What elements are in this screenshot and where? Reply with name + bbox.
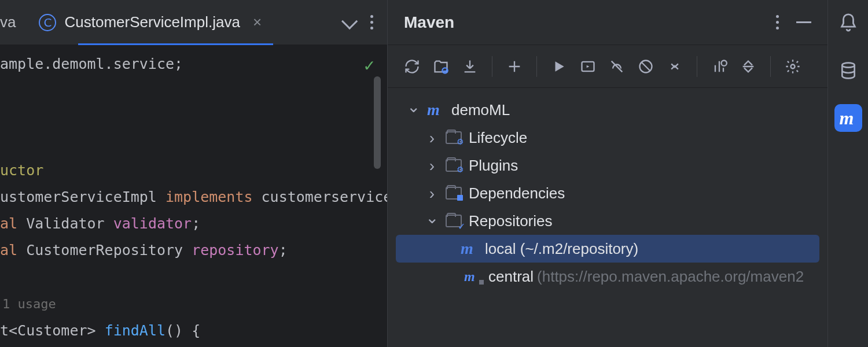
folder-gear-icon bbox=[446, 131, 462, 144]
maven-tree: m demoML Lifecycle Plugins Dependencies … bbox=[388, 88, 827, 347]
tree-repositories[interactable]: Repositories bbox=[388, 207, 827, 235]
settings-icon[interactable] bbox=[780, 54, 806, 79]
tabs-menu-icon[interactable] bbox=[370, 15, 373, 29]
dependency-analyzer-icon[interactable] bbox=[707, 54, 732, 79]
offline-icon[interactable] bbox=[604, 54, 630, 79]
maven-options-icon[interactable] bbox=[776, 15, 779, 29]
usages-hint[interactable]: 1 usage bbox=[0, 297, 56, 311]
code-line: ample.demoml.service; bbox=[0, 51, 387, 77]
tree-dependencies[interactable]: Dependencies bbox=[388, 179, 827, 207]
maven-project-root[interactable]: m demoML bbox=[388, 96, 827, 124]
chevron-right-icon[interactable] bbox=[425, 159, 439, 172]
maven-tool-window: Maven m demoML bbox=[388, 0, 827, 347]
database-tool-icon[interactable] bbox=[834, 57, 862, 84]
maven-icon: m bbox=[427, 102, 444, 118]
notifications-icon[interactable] bbox=[838, 13, 858, 37]
tab-close-icon[interactable]: × bbox=[253, 13, 262, 31]
chevron-down-icon[interactable] bbox=[425, 214, 439, 228]
svg-point-3 bbox=[722, 60, 727, 65]
folder-check-icon bbox=[446, 215, 462, 227]
maven-title: Maven bbox=[404, 13, 454, 32]
run-config-icon[interactable] bbox=[575, 54, 601, 79]
chevron-right-icon[interactable] bbox=[425, 131, 439, 145]
folder-dep-icon bbox=[446, 187, 462, 200]
maven-toolbar bbox=[388, 45, 827, 88]
tabs-overflow-chevron-icon[interactable] bbox=[341, 13, 358, 29]
reload-sources-icon[interactable] bbox=[428, 54, 454, 79]
reload-icon[interactable] bbox=[399, 54, 425, 79]
collapse-icon[interactable] bbox=[662, 54, 687, 79]
repo-local[interactable]: m local (~/.m2/repository) bbox=[396, 235, 819, 263]
tree-lifecycle[interactable]: Lifecycle bbox=[388, 124, 827, 152]
folder-gear-icon bbox=[446, 159, 462, 172]
editor-tabbar: va C CustomerServiceImpl.java × bbox=[0, 0, 387, 45]
maven-tool-icon[interactable]: m bbox=[834, 104, 862, 132]
code-editor[interactable]: ✓ ample.demoml.service; uctor ustomerSer… bbox=[0, 45, 387, 347]
editor-tab-partial[interactable]: va bbox=[0, 0, 27, 45]
svg-point-5 bbox=[842, 63, 854, 68]
minimize-icon[interactable] bbox=[796, 21, 811, 23]
tab-label: CustomerServiceImpl.java bbox=[64, 13, 240, 31]
class-icon: C bbox=[39, 14, 56, 31]
add-icon[interactable] bbox=[502, 54, 527, 79]
svg-point-4 bbox=[791, 64, 795, 68]
maven-repo-icon: m bbox=[461, 241, 478, 257]
download-icon[interactable] bbox=[457, 54, 483, 79]
maven-remote-icon: m bbox=[464, 270, 481, 283]
right-tool-strip: m bbox=[827, 0, 868, 347]
editor-scrollbar[interactable] bbox=[374, 76, 381, 169]
tab-label: va bbox=[0, 13, 16, 31]
show-diagram-icon[interactable] bbox=[735, 54, 761, 79]
chevron-down-icon[interactable] bbox=[406, 103, 420, 117]
chevron-right-icon[interactable] bbox=[425, 187, 439, 200]
repo-central[interactable]: m central(https://repo.maven.apache.org/… bbox=[388, 263, 827, 290]
editor-tab-active[interactable]: C CustomerServiceImpl.java × bbox=[27, 0, 273, 45]
tree-plugins[interactable]: Plugins bbox=[388, 152, 827, 179]
run-icon[interactable] bbox=[546, 54, 572, 79]
skip-tests-icon[interactable] bbox=[633, 54, 659, 79]
inspection-ok-icon[interactable]: ✓ bbox=[364, 52, 374, 79]
